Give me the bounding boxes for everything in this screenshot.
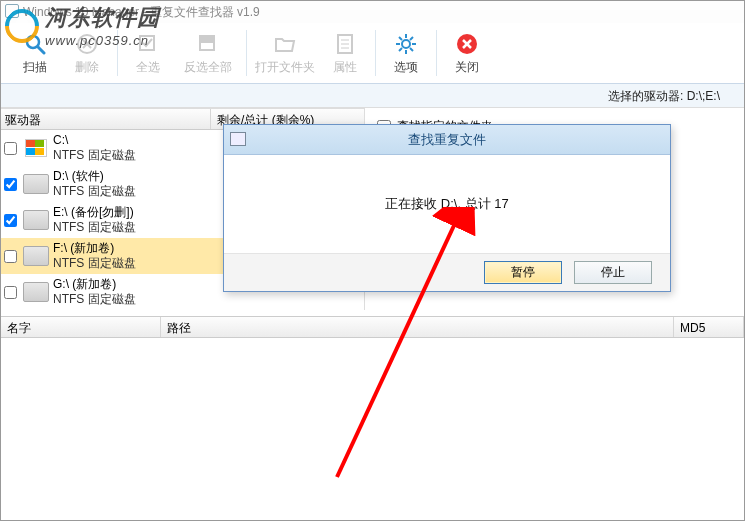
gear-icon <box>394 32 418 56</box>
options-button[interactable]: 选项 <box>380 30 432 76</box>
hdd-icon <box>23 282 49 302</box>
col-path[interactable]: 路径 <box>161 317 674 337</box>
watermark-url: www.pc0359.cn <box>45 33 160 48</box>
hdd-icon <box>23 210 49 230</box>
open-folder-label: 打开文件夹 <box>251 59 319 76</box>
properties-icon <box>333 32 357 56</box>
dialog-body: 正在接收 D:\, 总计 17 <box>224 155 670 253</box>
watermark: 河东软件园 www.pc0359.cn <box>5 3 160 48</box>
folder-open-icon <box>273 32 297 56</box>
drive-name: C:\ <box>53 133 224 148</box>
open-folder-button[interactable]: 打开文件夹 <box>251 30 319 76</box>
toolbar-sep <box>246 30 247 76</box>
invert-button[interactable]: 反选全部 <box>174 30 242 76</box>
selected-drives-text: 选择的驱动器: D:\;E:\ <box>608 89 720 103</box>
drive-checkbox[interactable] <box>4 250 17 263</box>
watermark-cn: 河东软件园 <box>45 3 160 33</box>
stop-button[interactable]: 停止 <box>574 261 652 284</box>
close-icon <box>455 32 479 56</box>
dialog-message: 正在接收 D:\, 总计 17 <box>385 195 509 213</box>
invert-icon <box>196 32 220 56</box>
results-header: 名字 路径 MD5 <box>1 316 744 338</box>
toolbar-sep <box>375 30 376 76</box>
selected-drives-bar: 选择的驱动器: D:\;E:\ <box>1 84 744 108</box>
drive-checkbox[interactable] <box>4 286 17 299</box>
drive-checkbox[interactable] <box>4 214 17 227</box>
pause-button[interactable]: 暂停 <box>484 261 562 284</box>
svg-line-19 <box>399 48 402 51</box>
drive-fs: NTFS 固定磁盘 <box>53 292 364 307</box>
scan-label: 扫描 <box>9 59 61 76</box>
close-button[interactable]: 关闭 <box>441 30 493 76</box>
svg-line-18 <box>410 48 413 51</box>
delete-label: 删除 <box>61 59 113 76</box>
invert-label: 反选全部 <box>174 59 242 76</box>
drive-col-name[interactable]: 驱动器 <box>1 109 211 129</box>
options-label: 选项 <box>380 59 432 76</box>
windows-icon <box>25 139 47 157</box>
dialog-titlebar[interactable]: 查找重复文件 <box>224 125 670 155</box>
svg-rect-7 <box>200 36 214 43</box>
properties-button[interactable]: 属性 <box>319 30 371 76</box>
drive-fs: NTFS 固定磁盘 <box>53 148 224 163</box>
dialog-buttons: 暂停 停止 <box>224 253 670 291</box>
hdd-icon <box>23 174 49 194</box>
svg-line-20 <box>410 37 413 40</box>
col-name[interactable]: 名字 <box>1 317 161 337</box>
drive-checkbox[interactable] <box>4 178 17 191</box>
watermark-text: 河东软件园 www.pc0359.cn <box>45 3 160 48</box>
properties-label: 属性 <box>319 59 371 76</box>
scan-dialog: 查找重复文件 正在接收 D:\, 总计 17 暂停 停止 <box>223 124 671 292</box>
select-all-label: 全选 <box>122 59 174 76</box>
drive-checkbox[interactable] <box>4 142 17 155</box>
toolbar-sep <box>436 30 437 76</box>
dialog-title: 查找重复文件 <box>408 132 486 147</box>
hdd-icon <box>23 246 49 266</box>
close-label: 关闭 <box>441 59 493 76</box>
watermark-logo-icon <box>5 9 39 43</box>
svg-line-17 <box>399 37 402 40</box>
col-md5[interactable]: MD5 <box>674 317 744 337</box>
svg-point-12 <box>402 40 410 48</box>
dialog-icon <box>230 132 246 146</box>
